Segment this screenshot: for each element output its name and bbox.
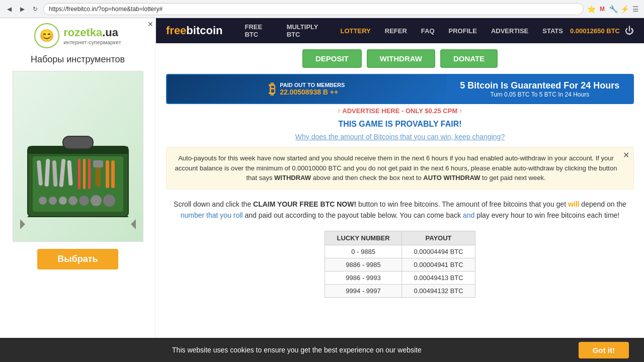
nav-faq[interactable]: FAQ bbox=[414, 18, 442, 43]
menu-icon[interactable]: ☰ bbox=[631, 5, 640, 14]
svg-rect-14 bbox=[106, 160, 109, 188]
svg-rect-9 bbox=[78, 159, 80, 189]
left-ad-panel: ✕ 😊 rozetka.ua интернет-супермаркет Набо… bbox=[0, 18, 156, 362]
advertise-bar: ↑ ADVERTISE HERE - ONLY $0.25 CPM ↑ bbox=[156, 104, 644, 118]
main-content: freebitcoin FREE BTC MULTIPLY BTC LOTTER… bbox=[156, 18, 644, 362]
svg-rect-11 bbox=[88, 159, 91, 189]
btc-balance: 0.00012650 BTC bbox=[570, 27, 620, 35]
nav-stats[interactable]: STATS bbox=[535, 18, 570, 43]
lucky-number-cell: 0 - 9885 bbox=[325, 245, 402, 258]
power-button[interactable]: ⏻ bbox=[625, 26, 634, 36]
nav-links: FREE BTC MULTIPLY BTC LOTTERY REFER FAQ … bbox=[237, 18, 570, 43]
back-button[interactable]: ◀ bbox=[4, 4, 14, 14]
table-row: 9994 - 99970.00494132 BTC bbox=[325, 285, 475, 298]
ad-product-image bbox=[13, 71, 143, 242]
svg-point-19 bbox=[68, 196, 77, 205]
cookie-accept-button[interactable]: Got it! bbox=[579, 342, 629, 358]
svg-point-20 bbox=[79, 196, 89, 206]
banner-right: 5 Bitcoin Is Guaranteed For 24 Hours Tur… bbox=[447, 75, 633, 103]
scroll-text: Scroll down and click the CLAIM YOUR FRE… bbox=[156, 194, 644, 226]
notice-box: ✕ Auto-payouts for this week have now st… bbox=[166, 147, 634, 190]
table-row: 9886 - 99850.00004941 BTC bbox=[325, 258, 475, 272]
svg-point-17 bbox=[49, 197, 57, 205]
nav-refer[interactable]: REFER bbox=[378, 18, 414, 43]
ad-close-button[interactable]: ✕ bbox=[147, 20, 153, 28]
svg-point-21 bbox=[91, 195, 102, 206]
svg-point-18 bbox=[59, 197, 67, 205]
payout-cell: 0.00494132 BTC bbox=[402, 285, 475, 298]
banner-area: ₿ PAID OUT TO MEMBERS 22.00508938 B ++ 5… bbox=[166, 74, 634, 104]
svg-rect-10 bbox=[83, 159, 86, 189]
col-payout: PAYOUT bbox=[402, 231, 475, 245]
why-link[interactable]: Why does the amount of Bitcoins that you… bbox=[156, 131, 644, 143]
nav-multiply-btc[interactable]: MULTIPLY BTC bbox=[280, 18, 334, 43]
svg-rect-15 bbox=[111, 160, 115, 188]
top-nav: freebitcoin FREE BTC MULTIPLY BTC LOTTER… bbox=[156, 18, 644, 43]
ad-product-title: Наборы инструментов bbox=[31, 54, 125, 65]
refresh-button[interactable]: ↻ bbox=[30, 4, 40, 14]
deposit-button[interactable]: DEPOSIT bbox=[302, 49, 362, 68]
ext-icon2[interactable]: ⚡ bbox=[620, 5, 629, 14]
svg-marker-25 bbox=[131, 219, 136, 229]
ext-icon1[interactable]: 🔧 bbox=[609, 5, 618, 14]
action-bar: DEPOSIT WITHDRAW DONATE bbox=[156, 43, 644, 74]
lucky-number-cell: 9994 - 9997 bbox=[325, 285, 402, 298]
site-logo: freebitcoin bbox=[166, 24, 222, 37]
provably-fair-text: THIS GAME IS PROVABLY FAIR! bbox=[156, 118, 644, 131]
nav-profile[interactable]: PROFILE bbox=[442, 18, 484, 43]
withdraw-button[interactable]: WITHDRAW bbox=[367, 49, 435, 68]
forward-button[interactable]: ▶ bbox=[17, 4, 27, 14]
svg-rect-13 bbox=[93, 160, 103, 167]
banner-left-text: PAID OUT TO MEMBERS 22.00508938 B ++ bbox=[280, 82, 345, 96]
nav-advertise[interactable]: ADVERTISE bbox=[484, 18, 535, 43]
payout-cell: 0.00004494 BTC bbox=[402, 245, 475, 258]
ad-header: 😊 rozetka.ua интернет-супермаркет bbox=[34, 23, 121, 48]
donate-button[interactable]: DONATE bbox=[440, 49, 498, 68]
banner-btc-logo: ₿ bbox=[269, 81, 276, 98]
lucky-number-cell: 9886 - 9985 bbox=[325, 258, 402, 272]
svg-point-22 bbox=[103, 195, 115, 207]
cookie-bar: This website uses cookies to ensure you … bbox=[0, 338, 644, 362]
payout-cell: 0.00004941 BTC bbox=[402, 258, 475, 272]
address-bar[interactable]: https://freebitco.in/?op=home&tab=lotter… bbox=[43, 3, 584, 15]
svg-rect-2 bbox=[63, 136, 93, 149]
lucky-number-cell: 9986 - 9993 bbox=[325, 272, 402, 285]
col-lucky-number: LUCKY NUMBER bbox=[325, 231, 402, 245]
payout-cell: 0.00049413 BTC bbox=[402, 272, 475, 285]
rozetka-logo: 😊 bbox=[34, 23, 59, 48]
table-row: 0 - 98850.00004494 BTC bbox=[325, 245, 475, 258]
rozetka-brand: rozetka.ua интернет-супермаркет bbox=[63, 26, 121, 45]
ad-select-button[interactable]: Выбрать bbox=[37, 249, 118, 269]
notice-close-button[interactable]: ✕ bbox=[623, 150, 629, 160]
payout-table: LUCKY NUMBER PAYOUT 0 - 98850.00004494 B… bbox=[325, 231, 475, 298]
table-row: 9986 - 99930.00049413 BTC bbox=[325, 272, 475, 285]
browser-icons: ⭐ M 🔧 ⚡ ☰ bbox=[587, 5, 640, 14]
nav-free-btc[interactable]: FREE BTC bbox=[237, 18, 279, 43]
nav-lottery[interactable]: LOTTERY bbox=[334, 18, 378, 43]
bookmark-icon[interactable]: ⭐ bbox=[587, 5, 596, 14]
browser-chrome: ◀ ▶ ↻ https://freebitco.in/?op=home&tab=… bbox=[0, 0, 644, 18]
svg-marker-24 bbox=[20, 219, 25, 229]
page-wrapper: ✕ 😊 rozetka.ua интернет-супермаркет Набо… bbox=[0, 18, 644, 362]
gmail-icon[interactable]: M bbox=[598, 5, 607, 14]
cookie-text: This website uses cookies to ensure you … bbox=[15, 346, 579, 354]
svg-point-16 bbox=[39, 197, 47, 205]
toolbox-illustration bbox=[18, 76, 138, 237]
banner-left: ₿ PAID OUT TO MEMBERS 22.00508938 B ++ bbox=[167, 75, 447, 103]
